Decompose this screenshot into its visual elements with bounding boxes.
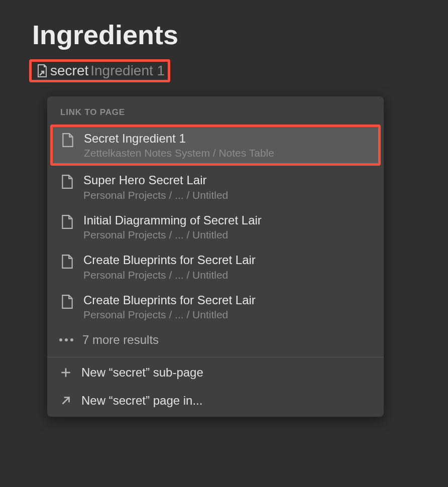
result-title: Initial Diagramming of Secret Lair	[83, 212, 262, 228]
page-icon	[60, 174, 74, 189]
more-results-row[interactable]: 7 more results	[47, 326, 384, 356]
result-content: Super Hero Secret Lair Personal Projects…	[83, 172, 228, 201]
result-content: Initial Diagramming of Secret Lair Perso…	[83, 212, 262, 241]
search-result-item[interactable]: Create Blueprints for Secret Lair Person…	[50, 247, 381, 286]
action-text: New “secret” page in...	[81, 394, 202, 408]
result-title: Create Blueprints for Secret Lair	[83, 252, 256, 268]
new-page-in-action[interactable]: New “secret” page in...	[47, 387, 384, 417]
arrow-upright-icon	[59, 394, 72, 407]
result-path: Personal Projects / ... / Untitled	[83, 269, 256, 281]
new-subpage-action[interactable]: New “secret” sub-page	[47, 358, 384, 387]
search-result-item[interactable]: Create Blueprints for Secret Lair Person…	[50, 287, 381, 326]
link-to-page-dropdown: LINK TO PAGE Secret Ingredient 1 Zettelk…	[47, 96, 384, 417]
page-icon	[60, 214, 74, 229]
page-icon	[61, 133, 75, 148]
divider	[47, 357, 384, 357]
result-path: Personal Projects / ... / Untitled	[83, 309, 256, 321]
search-result-item[interactable]: Secret Ingredient 1 Zettelkasten Notes S…	[50, 125, 381, 166]
result-path: Zettelkasten Notes System / Notes Table	[84, 147, 274, 159]
result-content: Secret Ingredient 1 Zettelkasten Notes S…	[84, 131, 274, 159]
page-title: Ingredients	[0, 0, 448, 56]
result-content: Create Blueprints for Secret Lair Person…	[83, 292, 256, 321]
action-text: New “secret” sub-page	[81, 366, 203, 380]
section-header-link-to-page: LINK TO PAGE	[47, 105, 384, 125]
result-path: Personal Projects / ... / Untitled	[83, 189, 228, 201]
result-path: Personal Projects / ... / Untitled	[83, 229, 262, 241]
link-ghost-text: Ingredient 1	[90, 63, 165, 79]
result-title: Secret Ingredient 1	[84, 131, 274, 147]
svg-line-2	[63, 397, 69, 404]
link-to-page-input-row[interactable]: secret Ingredient 1	[29, 59, 170, 82]
result-title: Create Blueprints for Secret Lair	[83, 292, 256, 308]
search-result-item[interactable]: Initial Diagramming of Secret Lair Perso…	[50, 207, 381, 247]
page-icon	[60, 294, 74, 309]
search-result-item[interactable]: Super Hero Secret Lair Personal Projects…	[50, 167, 381, 206]
ellipsis-icon	[59, 338, 73, 342]
page-icon	[60, 254, 74, 269]
result-title: Super Hero Secret Lair	[83, 172, 228, 188]
link-typed-text: secret	[50, 63, 88, 79]
page-link-icon	[35, 63, 50, 78]
more-results-text: 7 more results	[82, 333, 159, 347]
plus-icon	[59, 366, 72, 379]
result-content: Create Blueprints for Secret Lair Person…	[83, 252, 256, 281]
